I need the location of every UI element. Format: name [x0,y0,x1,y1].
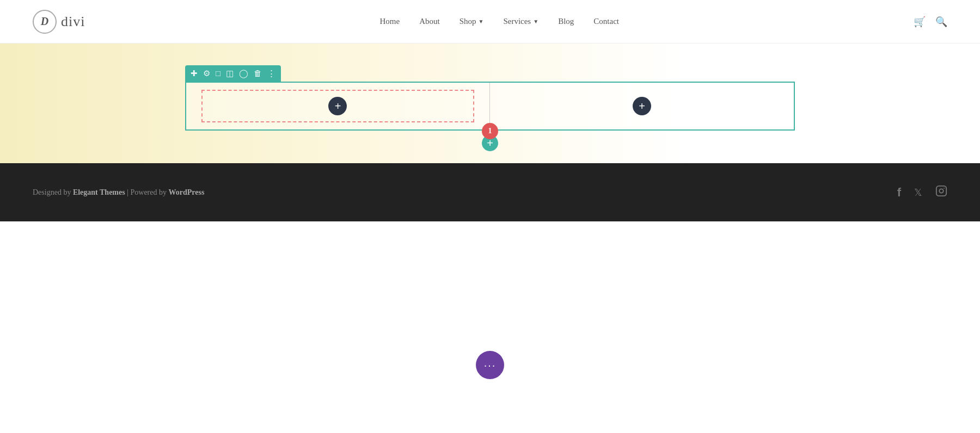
logo-name: divi [61,14,85,30]
add-module-left-button[interactable]: + [328,97,347,115]
main-content-area: ✚ ⚙ □ ◫ ◯ 🗑 ⋮ + + [0,44,980,163]
social-icons: f 𝕏 [897,185,947,200]
wordpress-link[interactable]: WordPress [169,188,205,196]
search-icon: 🔍 [935,16,947,27]
facebook-icon[interactable]: f [897,185,901,200]
more-icon[interactable]: ⋮ [267,69,275,78]
logo-area: D divi [33,10,85,34]
nav-about[interactable]: About [419,17,440,26]
white-space-area: ··· [0,221,980,395]
services-chevron-icon: ▼ [533,18,538,24]
shop-chevron-icon: ▼ [478,18,483,24]
row-container: + + 1 [185,82,795,131]
settings-icon[interactable]: ⚙ [203,69,210,78]
twitter-icon[interactable]: 𝕏 [914,187,922,199]
nav-home[interactable]: Home [379,17,400,26]
nav-blog[interactable]: Blog [558,17,574,26]
svg-rect-0 [936,186,946,196]
footer-credit: Designed by Elegant Themes | Powered by … [33,188,204,197]
toggle-icon[interactable]: ◯ [239,69,248,78]
builder-wrapper: ✚ ⚙ □ ◫ ◯ 🗑 ⋮ + + [185,65,795,141]
column-right: + [490,83,794,129]
nav-shop[interactable]: Shop ▼ [460,17,484,26]
row-number-badge: 1 [482,123,498,139]
site-footer: Designed by Elegant Themes | Powered by … [0,163,980,221]
duplicate-icon[interactable]: □ [216,69,220,78]
cart-button[interactable]: 🛒 [914,16,926,28]
elegant-themes-link[interactable]: Elegant Themes [73,188,125,196]
move-icon[interactable]: ✚ [191,69,198,78]
logo-icon: D [33,10,57,34]
floating-menu-button[interactable]: ··· [476,351,504,379]
svg-point-2 [944,188,945,189]
header-icons: 🛒 🔍 [914,16,947,28]
columns-icon[interactable]: ◫ [226,69,234,78]
module-drop-area-left: + [201,90,474,122]
row-toolbar: ✚ ⚙ □ ◫ ◯ 🗑 ⋮ [185,65,281,82]
search-button[interactable]: 🔍 [935,16,947,28]
add-module-right-button[interactable]: + [633,97,651,115]
nav-contact[interactable]: Contact [593,17,619,26]
column-left: + [186,83,490,129]
site-header: D divi Home About Shop ▼ Services ▼ Blog… [0,0,980,44]
instagram-icon[interactable] [935,185,947,200]
svg-point-1 [939,189,943,193]
main-nav: Home About Shop ▼ Services ▼ Blog Contac… [379,17,619,26]
cart-icon: 🛒 [914,16,926,27]
delete-icon[interactable]: 🗑 [254,69,262,78]
nav-services[interactable]: Services ▼ [503,17,538,26]
